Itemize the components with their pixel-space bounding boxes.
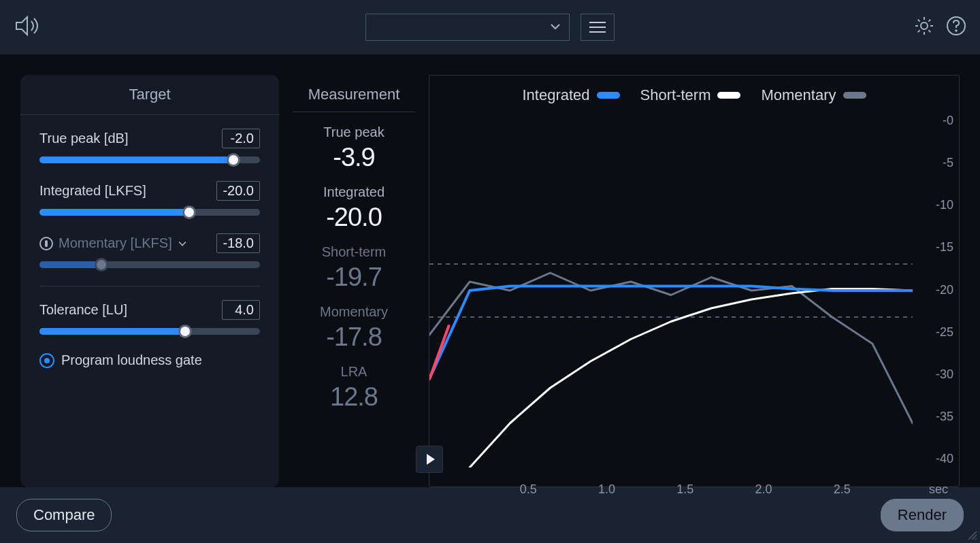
y-tick: -10 xyxy=(913,198,953,212)
momentary-row: Momentary [LKFS] -18.0 xyxy=(39,233,260,268)
x-tick: 1.0 xyxy=(598,482,615,497)
integrated-row: Integrated [LKFS] -20.0 xyxy=(39,181,260,216)
measurement-item: LRA 12.8 xyxy=(320,364,388,412)
integrated-value[interactable]: -20.0 xyxy=(216,181,260,201)
y-tick: -0 xyxy=(913,114,953,128)
y-tick: -5 xyxy=(913,156,953,170)
measurement-item: Integrated -20.0 xyxy=(320,184,388,232)
measurement-title: Measurement xyxy=(293,75,415,112)
legend-integrated: Integrated xyxy=(522,86,619,104)
momentary-value[interactable]: -18.0 xyxy=(216,233,260,253)
chart-legend: Integrated Short-term Momentary xyxy=(429,76,959,110)
tolerance-value[interactable]: 4.0 xyxy=(222,300,260,320)
y-tick: -30 xyxy=(913,367,953,382)
y-tick: -20 xyxy=(913,283,953,297)
chart-panel: Integrated Short-term Momentary -0-5-10-… xyxy=(429,75,960,487)
integrated-slider[interactable] xyxy=(39,209,260,216)
top-toolbar xyxy=(0,0,980,54)
measurement-label: True peak xyxy=(320,125,388,140)
measurement-value: -20.0 xyxy=(320,203,388,232)
legend-short-term: Short-term xyxy=(640,86,741,104)
play-button[interactable] xyxy=(416,446,443,473)
tolerance-label: Tolerance [LU] xyxy=(39,302,127,318)
target-title: Target xyxy=(20,75,279,115)
y-tick: -35 xyxy=(913,410,953,424)
true-peak-row: True peak [dB] -2.0 xyxy=(39,129,260,163)
divider xyxy=(39,286,260,286)
measurement-item: True peak -3.9 xyxy=(320,125,388,172)
target-panel: Target True peak [dB] -2.0 Integrated [L… xyxy=(20,75,279,487)
measurement-panel: Measurement True peak -3.9Integrated -20… xyxy=(293,75,415,487)
true-peak-slider[interactable] xyxy=(39,157,260,163)
gear-icon[interactable] xyxy=(913,15,935,39)
y-tick: -15 xyxy=(913,240,953,254)
measurement-value: -19.7 xyxy=(320,263,388,292)
x-axis-unit: sec xyxy=(929,482,948,497)
chevron-down-icon xyxy=(550,21,561,33)
legend-momentary: Momentary xyxy=(761,86,866,104)
measurement-label: Short-term xyxy=(320,244,388,260)
radio-on-icon xyxy=(39,353,54,368)
program-loudness-gate[interactable]: Program loudness gate xyxy=(39,352,260,375)
measurement-value: -17.8 xyxy=(320,323,388,352)
speaker-icon[interactable] xyxy=(14,14,41,40)
x-tick: 2.0 xyxy=(755,482,772,497)
loudness-chart xyxy=(429,114,913,467)
measurement-label: LRA xyxy=(320,364,388,380)
render-button[interactable]: Render xyxy=(881,499,964,531)
chevron-down-icon[interactable] xyxy=(178,240,187,247)
y-axis: -0-5-10-15-20-25-30-35-40 xyxy=(913,114,953,466)
momentary-label: Momentary [LKFS] xyxy=(39,235,187,251)
measurement-value: -3.9 xyxy=(320,143,388,172)
x-tick: 2.5 xyxy=(834,482,851,497)
svg-line-5 xyxy=(429,326,448,379)
play-icon xyxy=(427,454,435,465)
measurement-value: 12.8 xyxy=(320,382,388,412)
measurement-item: Short-term -19.7 xyxy=(320,244,388,292)
preset-dropdown[interactable] xyxy=(365,14,570,41)
compare-button[interactable]: Compare xyxy=(16,499,112,531)
true-peak-value[interactable]: -2.0 xyxy=(222,129,260,148)
tolerance-row: Tolerance [LU] 4.0 xyxy=(39,300,260,335)
resize-grip-icon[interactable] xyxy=(968,531,977,540)
menu-button[interactable] xyxy=(581,14,615,41)
measurement-item: Momentary -17.8 xyxy=(320,304,388,352)
momentary-slider[interactable] xyxy=(39,261,260,268)
help-icon[interactable] xyxy=(946,16,966,39)
integrated-label: Integrated [LKFS] xyxy=(39,183,146,199)
svg-point-0 xyxy=(921,22,928,29)
x-tick: 0.5 xyxy=(520,482,537,497)
tolerance-slider[interactable] xyxy=(39,328,260,335)
momentary-toggle-icon[interactable] xyxy=(39,237,53,250)
measurement-label: Momentary xyxy=(320,304,388,320)
y-tick: -25 xyxy=(913,325,953,340)
x-tick: 1.5 xyxy=(676,482,693,497)
svg-point-2 xyxy=(956,30,957,31)
measurement-label: Integrated xyxy=(320,184,388,200)
y-tick: -40 xyxy=(913,452,953,466)
true-peak-label: True peak [dB] xyxy=(39,131,128,146)
